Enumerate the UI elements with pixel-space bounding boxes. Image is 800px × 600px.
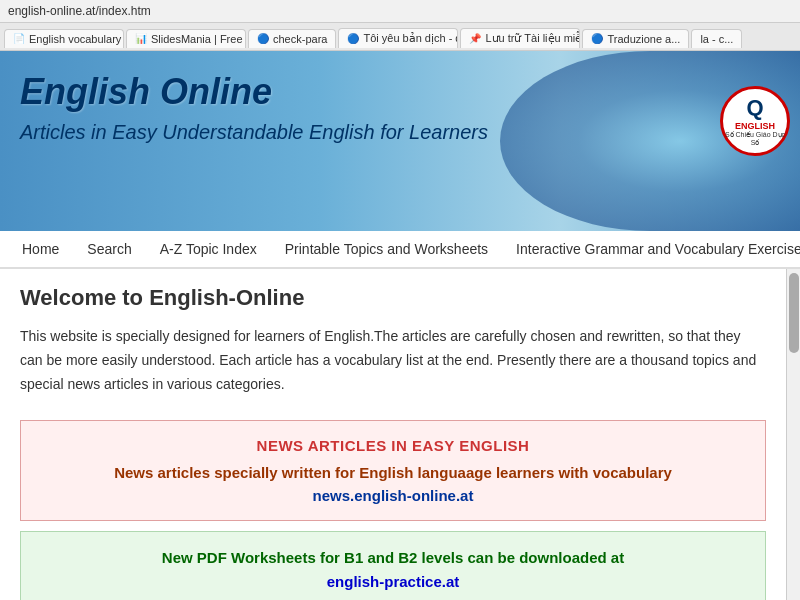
- scrollbar[interactable]: [786, 269, 800, 600]
- tab-2-icon: 📊: [135, 33, 147, 44]
- tab-6-label: Traduzione a...: [607, 33, 680, 45]
- news-box-title: NEWS ARTICLES IN EASY ENGLISH: [41, 437, 745, 454]
- tab-1[interactable]: 📄 English vocabulary p...: [4, 29, 124, 48]
- tab-6-icon: 🔵: [591, 33, 603, 44]
- nav-interactive[interactable]: Interactive Grammar and Vocabulary Exerc…: [504, 233, 800, 265]
- tab-3[interactable]: 🔵 check-para: [248, 29, 336, 48]
- scrollbar-thumb[interactable]: [789, 273, 799, 353]
- tab-2[interactable]: 📊 SlidesMania | Free G...: [126, 29, 246, 48]
- tab-2-label: SlidesMania | Free G...: [151, 33, 246, 45]
- tabs-bar: 📄 English vocabulary p... 📊 SlidesMania …: [0, 23, 800, 51]
- logo-circle: Q ENGLISH Số Chiếu Giáo Dục Số: [720, 86, 790, 156]
- hero-subtitle: Articles in Easy Understandable English …: [20, 121, 488, 144]
- tab-4-icon: 🔵: [347, 33, 359, 44]
- main-content: Welcome to English-Online This website i…: [0, 269, 786, 600]
- logo-letter: Q: [746, 95, 763, 121]
- tab-7-label: la - c...: [700, 33, 733, 45]
- url-text: english-online.at/index.htm: [8, 4, 151, 18]
- nav-search[interactable]: Search: [75, 233, 143, 265]
- tab-5[interactable]: 📌 Lưu trữ Tài liệu miễn...: [460, 28, 580, 48]
- pdf-box: New PDF Worksheets for B1 and B2 levels …: [20, 531, 766, 600]
- tab-6[interactable]: 🔵 Traduzione a...: [582, 29, 689, 48]
- tab-3-icon: 🔵: [257, 33, 269, 44]
- tab-1-icon: 📄: [13, 33, 25, 44]
- logo-brand: ENGLISH: [735, 121, 775, 131]
- tab-3-label: check-para: [273, 33, 327, 45]
- hero-banner: English Online Articles in Easy Understa…: [0, 51, 800, 231]
- nav-home[interactable]: Home: [10, 233, 71, 265]
- page-body: Welcome to English-Online This website i…: [0, 269, 800, 600]
- pdf-box-link[interactable]: english-practice.at: [327, 573, 460, 590]
- tab-4[interactable]: 🔵 Tôi yêu bản dịch - di...: [338, 28, 458, 48]
- tab-5-label: Lưu trữ Tài liệu miễn...: [485, 32, 580, 45]
- nav-bar: Home Search A-Z Topic Index Printable To…: [0, 231, 800, 269]
- tab-7[interactable]: la - c...: [691, 29, 742, 48]
- welcome-body: This website is specially designed for l…: [20, 325, 766, 396]
- hero-text-block: English Online Articles in Easy Understa…: [20, 71, 488, 144]
- nav-az-topic[interactable]: A-Z Topic Index: [148, 233, 269, 265]
- tab-1-label: English vocabulary p...: [29, 33, 124, 45]
- pdf-box-text: New PDF Worksheets for B1 and B2 levels …: [41, 546, 745, 594]
- welcome-title: Welcome to English-Online: [20, 285, 766, 311]
- logo-tagline: Số Chiếu Giáo Dục Số: [723, 131, 787, 148]
- tab-4-label: Tôi yêu bản dịch - di...: [363, 32, 458, 45]
- browser-url-bar[interactable]: english-online.at/index.htm: [0, 0, 800, 23]
- news-box-link[interactable]: news.english-online.at: [313, 487, 474, 504]
- nav-printable[interactable]: Printable Topics and Worksheets: [273, 233, 500, 265]
- hero-title: English Online: [20, 71, 488, 113]
- news-box: NEWS ARTICLES IN EASY ENGLISH News artic…: [20, 420, 766, 521]
- news-box-description: News articles specially written for Engl…: [41, 464, 745, 481]
- pdf-box-label: New PDF Worksheets for B1 and B2 levels …: [162, 549, 624, 566]
- tab-5-icon: 📌: [469, 33, 481, 44]
